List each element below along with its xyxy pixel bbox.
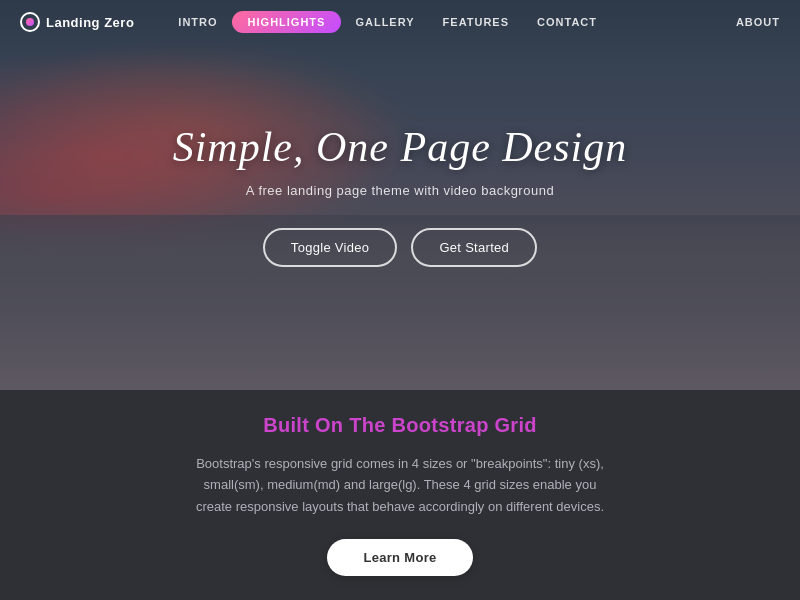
get-started-button[interactable]: Get Started <box>411 228 537 267</box>
brand-icon <box>20 12 40 32</box>
nav-links: INTRO HIGHLIGHTS GALLERY FEATURES CONTAC… <box>164 11 736 33</box>
brand-icon-inner <box>26 18 34 26</box>
nav-about[interactable]: ABOUT <box>736 16 780 28</box>
hero-content: Simple, One Page Design A free landing p… <box>173 123 628 267</box>
nav-link-intro[interactable]: INTRO <box>164 16 231 28</box>
brand-logo[interactable]: Landing Zero <box>20 12 134 32</box>
toggle-video-button[interactable]: Toggle Video <box>263 228 398 267</box>
hero-subtitle: A free landing page theme with video bac… <box>173 183 628 198</box>
content-section: Built On The Bootstrap Grid Bootstrap's … <box>0 390 800 600</box>
hero-section: Simple, One Page Design A free landing p… <box>0 0 800 390</box>
navigation: Landing Zero INTRO HIGHLIGHTS GALLERY FE… <box>0 0 800 44</box>
nav-link-gallery[interactable]: GALLERY <box>341 16 428 28</box>
nav-link-features[interactable]: FEATURES <box>429 16 523 28</box>
learn-more-button[interactable]: Learn More <box>327 539 472 576</box>
hero-buttons: Toggle Video Get Started <box>173 228 628 267</box>
brand-name: Landing Zero <box>46 15 134 30</box>
section-title: Built On The Bootstrap Grid <box>263 414 537 437</box>
hero-title: Simple, One Page Design <box>173 123 628 171</box>
nav-link-contact[interactable]: CONTACT <box>523 16 611 28</box>
nav-link-highlights[interactable]: HIGHLIGHTS <box>232 11 342 33</box>
section-body: Bootstrap's responsive grid comes in 4 s… <box>190 453 610 517</box>
